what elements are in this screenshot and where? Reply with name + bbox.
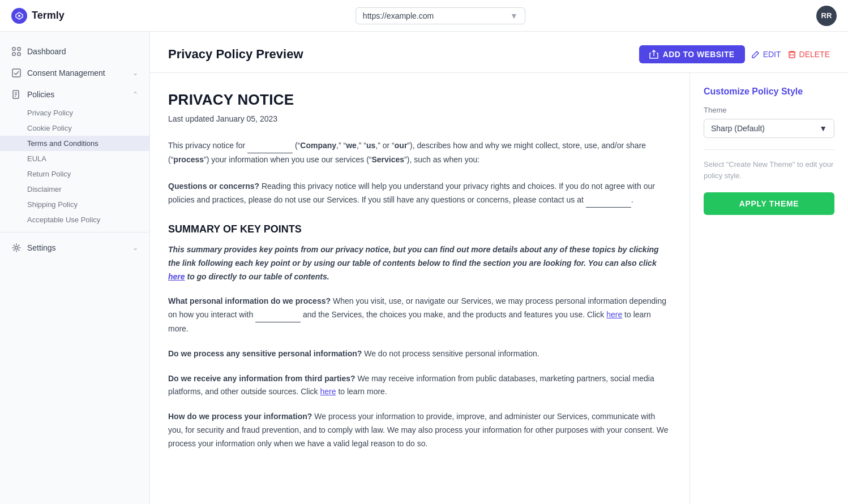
policy-main-title: PRIVACY NOTICE <box>168 91 671 109</box>
svg-point-1 <box>18 15 20 17</box>
policies-chevron: ⌃ <box>132 91 138 98</box>
customize-title: Customize Policy Style <box>704 87 834 97</box>
q2-bold: Do we process any sensitive personal inf… <box>168 349 362 358</box>
sidebar-sub-acceptable-use[interactable]: Acceptable Use Policy <box>0 212 149 227</box>
logo[interactable]: Termly <box>11 8 65 24</box>
check-square-icon <box>11 68 22 78</box>
sidebar-sub-disclaimer[interactable]: Disclaimer <box>0 182 149 197</box>
sidebar-sub-eula[interactable]: EULA <box>0 151 149 166</box>
logo-icon <box>11 8 27 24</box>
sidebar: Dashboard Consent Management ⌄ <box>0 32 150 504</box>
url-bar[interactable]: ▼ <box>356 7 525 24</box>
summary-here-link[interactable]: here <box>168 272 185 281</box>
page-header: Privacy Policy Preview ADD TO WEBSITE ED… <box>150 32 848 73</box>
q3-bold: Do we receive any information from third… <box>168 374 356 383</box>
policy-date: Last updated January 05, 2023 <box>168 114 671 123</box>
summary-italic: This summary provides key points from ou… <box>168 245 659 281</box>
sidebar-sub-shipping-policy[interactable]: Shipping Policy <box>0 197 149 212</box>
settings-chevron: ⌄ <box>132 244 138 252</box>
gear-icon <box>11 243 22 253</box>
policy-intro: This privacy notice for (“Company,” “we,… <box>168 139 671 208</box>
main-layout: Dashboard Consent Management ⌄ <box>0 32 848 504</box>
summary-body: This summary provides key points from ou… <box>168 243 671 283</box>
svg-rect-5 <box>18 53 20 55</box>
document-icon <box>11 89 22 100</box>
contact-period: . <box>631 195 633 204</box>
logo-text: Termly <box>32 10 65 21</box>
svg-rect-2 <box>12 48 15 50</box>
sidebar-sub-return-policy[interactable]: Return Policy <box>0 166 149 182</box>
policies-label: Policies <box>27 90 54 99</box>
q2-body: Do we process any sensitive personal inf… <box>168 347 671 361</box>
grid-icon <box>11 46 22 57</box>
svg-rect-4 <box>12 53 15 55</box>
svg-rect-6 <box>12 69 20 77</box>
sidebar-item-settings[interactable]: Settings ⌄ <box>0 237 149 259</box>
q1-bold: What personal information do we process? <box>168 296 331 305</box>
q4-body: How do we process your information? We p… <box>168 410 671 450</box>
avatar[interactable]: RR <box>816 6 837 26</box>
q4-bold: How do we process your information? <box>168 412 312 421</box>
q3-text2: to learn more. <box>336 387 387 396</box>
sidebar-sub-terms[interactable]: Terms and Conditions <box>0 136 149 151</box>
summary-title: SUMMARY OF KEY POINTS <box>168 223 671 235</box>
svg-point-11 <box>15 247 18 249</box>
sidebar-sub-cookie-policy[interactable]: Cookie Policy <box>0 120 149 136</box>
theme-label: Theme <box>704 106 834 114</box>
theme-note: Select "Create New Theme" to edit your p… <box>704 149 834 181</box>
customize-sidebar: Customize Policy Style Theme Sharp (Defa… <box>689 73 848 504</box>
topbar: Termly ▼ RR <box>0 0 848 32</box>
svg-rect-3 <box>18 48 20 50</box>
page-title: Privacy Policy Preview <box>168 47 303 62</box>
theme-value: Sharp (Default) <box>711 124 765 133</box>
consent-label: Consent Management <box>27 68 105 77</box>
company-blank <box>247 139 293 153</box>
q1-text2: and the Services, the choices you make, … <box>301 310 606 319</box>
q1-body: What personal information do we process?… <box>168 295 671 335</box>
svg-rect-13 <box>789 52 795 58</box>
theme-select[interactable]: Sharp (Default) ▼ <box>704 119 834 138</box>
contact-blank <box>586 193 631 208</box>
sidebar-item-consent[interactable]: Consent Management ⌄ <box>0 62 149 84</box>
sidebar-sub-privacy-policy[interactable]: Privacy Policy <box>0 105 149 120</box>
intro-pre: This privacy notice for <box>168 141 247 150</box>
delete-button[interactable]: DELETE <box>788 50 830 59</box>
edit-btn-label: EDIT <box>763 50 781 59</box>
q1-here-link[interactable]: here <box>606 310 622 319</box>
policy-content: PRIVACY NOTICE Last updated January 05, … <box>150 73 689 504</box>
q3-body: Do we receive any information from third… <box>168 372 671 399</box>
settings-label: Settings <box>27 243 56 252</box>
questions-bold: Questions or concerns? <box>168 182 259 191</box>
url-dropdown-arrow[interactable]: ▼ <box>510 11 518 20</box>
add-btn-label: ADD TO WEBSITE <box>663 50 735 59</box>
dashboard-label: Dashboard <box>27 47 66 56</box>
q2-text: We do not process sensitive personal inf… <box>362 349 539 358</box>
header-actions: ADD TO WEBSITE EDIT DE <box>639 45 830 63</box>
sidebar-item-policies[interactable]: Policies ⌃ <box>0 84 149 105</box>
add-to-website-button[interactable]: ADD TO WEBSITE <box>639 45 745 63</box>
url-input[interactable] <box>363 11 506 20</box>
content-area: PRIVACY NOTICE Last updated January 05, … <box>150 73 848 504</box>
theme-chevron-icon: ▼ <box>819 124 827 133</box>
q3-here-link[interactable]: here <box>320 387 336 396</box>
apply-theme-button[interactable]: APPLY THEME <box>704 192 834 215</box>
consent-chevron: ⌄ <box>132 69 138 77</box>
sidebar-item-dashboard[interactable]: Dashboard <box>0 41 149 62</box>
sidebar-divider <box>0 232 149 232</box>
delete-btn-label: DELETE <box>799 50 830 59</box>
q1-blank <box>255 308 301 322</box>
main-area: Privacy Policy Preview ADD TO WEBSITE ED… <box>150 32 848 504</box>
edit-button[interactable]: EDIT <box>752 50 781 59</box>
